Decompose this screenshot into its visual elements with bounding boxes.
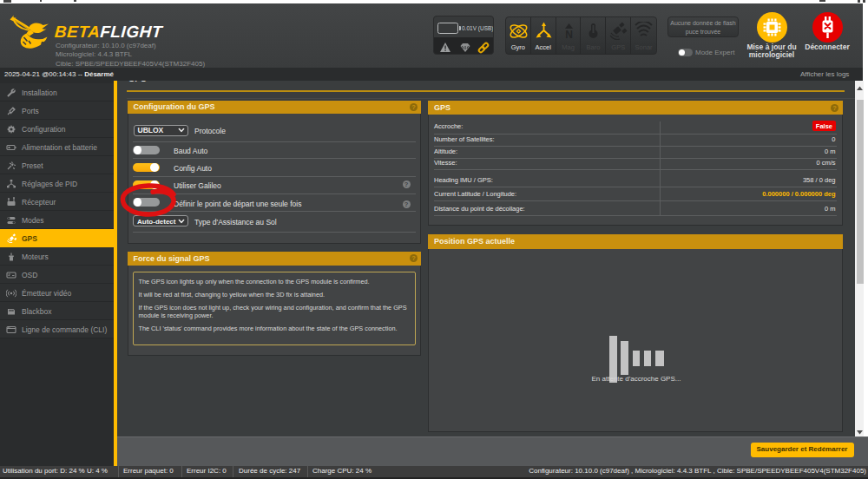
svg-text:N: N <box>565 29 573 41</box>
